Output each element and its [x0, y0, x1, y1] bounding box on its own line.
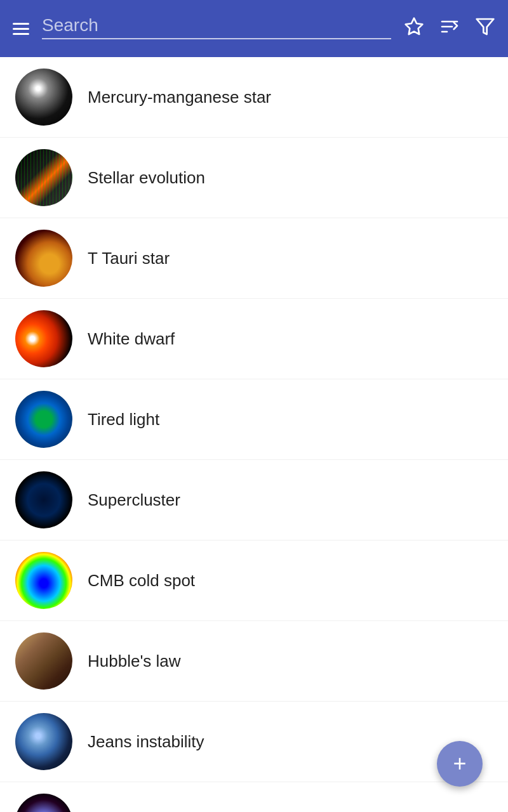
sort-icon[interactable]: [437, 14, 462, 44]
svg-marker-4: [477, 19, 494, 34]
list-item[interactable]: T Tauri star: [0, 218, 508, 299]
thumbnail-hubbles-law: [15, 632, 72, 690]
label-cmb-cold-spot: CMB cold spot: [88, 571, 195, 591]
svg-marker-0: [406, 18, 423, 34]
label-mercury-manganese-star: Mercury-manganese star: [88, 88, 271, 107]
label-tired-light: Tired light: [88, 410, 159, 429]
label-hubbles-law: Hubble's law: [88, 652, 181, 671]
thumbnail-supercluster: [15, 471, 72, 528]
add-icon: +: [453, 752, 466, 775]
thumbnail-t-tauri-star: [15, 230, 72, 287]
header-actions: [401, 14, 498, 44]
menu-icon[interactable]: [10, 20, 32, 37]
add-button[interactable]: +: [437, 741, 483, 787]
list-item[interactable]: Hubble's law: [0, 621, 508, 702]
search-container: [42, 15, 391, 42]
thumbnail-tired-light: [15, 391, 72, 448]
thumbnail-white-dwarf: [15, 310, 72, 367]
filter-icon[interactable]: [472, 14, 498, 44]
label-jeans-instability: Jeans instability: [88, 732, 204, 752]
list-item[interactable]: Mercury-manganese star: [0, 57, 508, 138]
list-item[interactable]: Supercluster: [0, 460, 508, 540]
list-item[interactable]: White dwarf: [0, 299, 508, 379]
thumbnail-mercury-manganese-star: [15, 69, 72, 126]
thumbnail-galaxy-formation-and-evolution: [15, 794, 72, 812]
label-supercluster: Supercluster: [88, 490, 180, 510]
label-stellar-evolution: Stellar evolution: [88, 168, 205, 188]
list-item[interactable]: CMB cold spot: [0, 540, 508, 621]
search-input[interactable]: [42, 15, 391, 39]
star-icon[interactable]: [401, 14, 427, 44]
label-t-tauri-star: T Tauri star: [88, 249, 170, 268]
list-item[interactable]: Jeans instability: [0, 702, 508, 782]
thumbnail-stellar-evolution: [15, 149, 72, 206]
article-list: Mercury-manganese starStellar evolutionT…: [0, 57, 508, 812]
thumbnail-jeans-instability: [15, 713, 72, 770]
label-white-dwarf: White dwarf: [88, 329, 175, 349]
app-header: [0, 0, 508, 57]
list-item[interactable]: Stellar evolution: [0, 138, 508, 218]
thumbnail-cmb-cold-spot: [15, 552, 72, 609]
list-item[interactable]: Galaxy formation and evolution: [0, 782, 508, 812]
list-item[interactable]: Tired light: [0, 379, 508, 460]
